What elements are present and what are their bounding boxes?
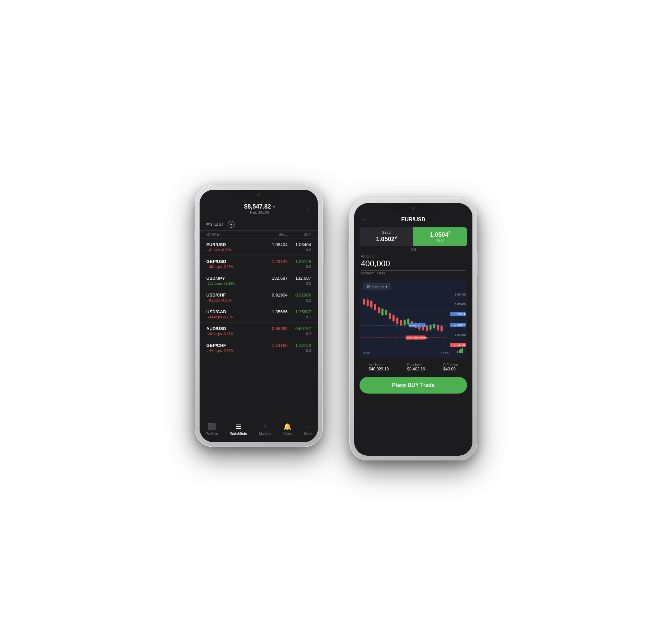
market-row[interactable]: USD/CAD 1.35686 1.35687 ↓-33.4pips -0.25… [199,306,318,323]
available-stat: Available $48,029.19 [368,363,389,372]
svg-rect-59 [462,348,463,353]
svg-text:✕: ✕ [426,336,428,339]
nav-markets-label: Markets [259,432,271,435]
price-change: ↓-44.4pips -0.39% [206,349,264,353]
sell-label: SELL [382,231,391,234]
spread: 0.1 [264,315,311,319]
chart-time-axis: 06:00 12:00 [363,352,449,355]
markets-icon: ○ [263,423,267,431]
price-bar: SELL 1.05029 1.05049 BUY [360,227,467,246]
market-row[interactable]: AUD/USD 0.66765 0.66767 ↓-32.4pips -0.48… [199,323,318,339]
column-headers: MARKET SELL BUY [199,231,318,239]
market-name: USD/JPY [206,276,272,281]
svg-rect-29 [408,319,410,324]
market-name: USD/CAD [206,309,272,314]
svg-rect-21 [393,316,395,321]
pip-stat: PIP Value $40.00 [443,363,458,372]
phone-1-screen: $8,547.82 ▾ P&L $81.08 ⋮ MY LIST + MARKE… [199,190,318,442]
svg-text:✕: ✕ [426,324,428,327]
sell-box[interactable]: SELL 1.05029 [360,227,413,246]
phone-1-body: $8,547.82 ▾ P&L $81.08 ⋮ MY LIST + MARKE… [199,190,318,442]
required-stat: Required $8,402.16 [407,363,425,372]
price-change: ↓-9.1pips -0.10% [206,299,264,302]
svg-text:position  400 000: position 400 000 [410,324,425,327]
svg-rect-43 [433,324,435,328]
amount-value[interactable]: 400,000 [361,259,466,271]
chart-type-button[interactable] [457,348,464,355]
market-name: USD/CHF [206,293,272,298]
col-buy: BUY [288,233,311,236]
more-icon: ··· [305,423,311,431]
phone-2-body: ← EUR/USD SELL 1.05029 1.05049 [354,203,473,456]
market-name: GBP/CHF [206,343,264,348]
list-header: MY LIST + [199,218,318,231]
svg-rect-9 [370,302,373,307]
spread: 0.0 [264,264,311,269]
chart-toolbar: 15 minutes ▾ [360,280,467,293]
market-row[interactable]: EUR/USD 1.08404 1.08404 ↓-3.1pips -0.03%… [199,239,318,256]
nav-watchlists[interactable]: ☰ Watchlists [230,423,247,435]
price-change: ↓-3.1pips -0.03% [206,248,264,252]
nav-more-label: More [304,432,312,435]
buy-box[interactable]: 1.05049 BUY [413,227,467,246]
timeframe-button[interactable]: 15 minutes ▾ [363,283,391,290]
svg-rect-45 [437,325,439,330]
svg-rect-25 [400,320,402,325]
place-buy-trade-button[interactable]: Place BUY Trade [360,377,467,394]
buy-price: 1.13163 [288,343,311,348]
col-market: MARKET [206,233,264,236]
nav-alerts[interactable]: 🔔 Alerts [283,423,292,435]
svg-rect-17 [385,310,387,315]
nav-more[interactable]: ··· More [304,423,312,435]
sell-price: 1.35686 [272,309,288,314]
list-title: MY LIST [206,222,224,227]
spread: 0.0 [264,248,311,252]
camera-2 [412,206,415,210]
svg-rect-47 [441,326,443,331]
sell-price: 1.08404 [272,242,288,247]
chevron-icon[interactable]: ▾ [273,204,275,209]
nav-markets[interactable]: ○ Markets [259,423,271,435]
svg-rect-58 [460,349,462,353]
market-row[interactable]: USD/CHF 0.91904 0.91906 ↓-9.1pips -0.10%… [199,289,318,306]
amount-label: Amount [361,254,466,258]
market-row[interactable]: USD/JPY 132.687 132.687 ↑177.6pips +1.36… [199,272,318,289]
market-name: GBP/USD [206,259,264,264]
portfolio-icon: ⬛ [208,423,216,431]
svg-rect-23 [397,318,399,324]
buy-price: 0.66767 [288,326,311,331]
nav-portfolio[interactable]: ⬛ Portfolio [206,423,218,435]
trade-stats: Available $48,029.19 Required $8,402.16 … [354,360,473,374]
buy-price: 132.687 [288,276,311,281]
pl-value: P&L $81.08 [250,210,269,214]
market-row[interactable]: GBP/USD 1.23129 1.23129 ↓-30.4pips -0.25… [199,256,318,272]
nav-alerts-label: Alerts [283,432,292,435]
sell-price: 1.05029 [376,235,397,243]
svg-text:STOP LOSS  400 000: STOP LOSS 400 000 [407,336,427,339]
scene: $8,547.82 ▾ P&L $81.08 ⋮ MY LIST + MARKE… [0,0,672,632]
svg-rect-15 [382,309,384,315]
add-list-button[interactable]: + [228,221,235,228]
svg-rect-13 [378,308,380,313]
price-change: ↑177.6pips +1.36% [206,282,264,285]
price-change: ↓-33.4pips -0.25% [206,315,264,319]
spread: 0.2 [264,298,311,302]
notch-1 [237,190,281,200]
spread: 0.3 [264,349,311,353]
watchlists-icon: ☰ [236,423,242,431]
more-button[interactable]: ⋮ [305,206,311,212]
sell-price: 1.23129 [264,259,288,264]
p2-title: EUR/USD [401,217,425,223]
sell-price: 132.687 [272,276,288,281]
price-change: ↓-32.4pips -0.48% [206,332,264,336]
chart-price-axis: 1.05400 1.05200 1.05044 1.05037 1.04800 … [449,292,467,348]
balance-section: $8,547.82 ▾ P&L $81.08 [244,203,275,214]
svg-rect-19 [389,313,391,319]
available-value: $48,029.19 [368,367,389,372]
market-row[interactable]: GBP/CHF 1.13160 1.13163 ↓-44.4pips -0.39… [199,339,318,356]
svg-rect-27 [404,320,406,325]
bottom-nav: ⬛ Portfolio ☰ Watchlists ○ Markets 🔔 Ale… [199,419,318,442]
back-button[interactable]: ← [361,216,367,223]
sell-price: 0.91904 [272,293,288,298]
market-name: AUD/USD [206,326,264,331]
